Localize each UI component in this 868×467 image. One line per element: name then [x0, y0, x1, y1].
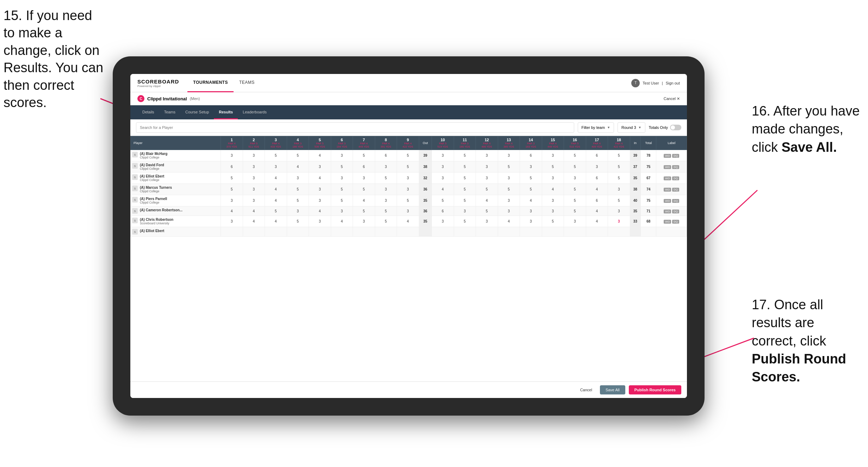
score-hole-18[interactable]: 5 — [608, 150, 630, 161]
score-hole-2[interactable]: 3 — [243, 184, 265, 195]
score-hole-13[interactable]: 4 — [498, 216, 520, 227]
score-hole-2[interactable]: 3 — [243, 161, 265, 173]
score-hole-14[interactable]: 3 — [520, 161, 542, 173]
wd-button[interactable]: WD — [664, 188, 671, 192]
score-hole-2[interactable]: 3 — [243, 150, 265, 161]
score-hole-9[interactable]: 4 — [397, 216, 419, 227]
score-hole-5[interactable]: 4 — [309, 206, 331, 216]
score-hole-15[interactable]: 5 — [542, 161, 564, 173]
score-hole-6[interactable]: 3 — [331, 150, 353, 161]
cancel-tournament-btn[interactable]: Cancel ✕ — [664, 96, 680, 101]
score-hole-6[interactable]: 5 — [331, 161, 353, 173]
tab-results[interactable]: Results — [214, 105, 238, 119]
score-hole-8[interactable]: 3 — [375, 195, 397, 206]
score-hole-1[interactable]: 3 — [221, 150, 243, 161]
score-hole-12[interactable]: 5 — [476, 184, 498, 195]
score-hole-6[interactable]: 3 — [331, 173, 353, 184]
score-hole-6[interactable]: 5 — [331, 195, 353, 206]
score-hole-8[interactable]: 3 — [375, 161, 397, 173]
score-hole-3[interactable] — [265, 227, 287, 237]
score-hole-17[interactable]: 4 — [586, 184, 608, 195]
wd-button[interactable]: WD — [664, 199, 671, 203]
score-hole-2[interactable]: 4 — [243, 206, 265, 216]
score-hole-15[interactable]: 4 — [542, 184, 564, 195]
score-hole-13[interactable]: 3 — [498, 195, 520, 206]
score-hole-16[interactable]: 5 — [564, 150, 586, 161]
score-hole-8[interactable]: 6 — [375, 150, 397, 161]
score-hole-9[interactable]: 5 — [397, 150, 419, 161]
score-hole-2[interactable]: 3 — [243, 173, 265, 184]
score-hole-16[interactable]: 5 — [564, 206, 586, 216]
score-hole-16[interactable] — [564, 227, 586, 237]
score-hole-13[interactable] — [498, 227, 520, 237]
score-hole-16[interactable]: 3 — [564, 173, 586, 184]
score-hole-7[interactable]: 3 — [353, 216, 375, 227]
score-hole-1[interactable]: 3 — [221, 216, 243, 227]
score-hole-1[interactable]: 3 — [221, 195, 243, 206]
dq-button[interactable]: DQ — [672, 176, 679, 180]
score-hole-5[interactable] — [309, 227, 331, 237]
filter-by-team-dropdown[interactable]: Filter by team ▼ — [578, 122, 614, 133]
score-hole-15[interactable]: 3 — [542, 150, 564, 161]
score-hole-12[interactable]: 3 — [476, 173, 498, 184]
score-hole-11[interactable]: 5 — [454, 184, 476, 195]
search-input[interactable] — [136, 122, 574, 133]
score-hole-3[interactable]: 4 — [265, 184, 287, 195]
score-hole-9[interactable] — [397, 227, 419, 237]
score-hole-18[interactable]: 5 — [608, 195, 630, 206]
score-hole-4[interactable] — [287, 227, 309, 237]
score-hole-10[interactable]: 3 — [432, 150, 454, 161]
score-hole-17[interactable]: 6 — [586, 195, 608, 206]
score-hole-11[interactable]: 5 — [454, 150, 476, 161]
score-hole-13[interactable]: 3 — [498, 150, 520, 161]
publish-round-scores-button[interactable]: Publish Round Scores — [629, 385, 681, 394]
nav-tournaments[interactable]: TOURNAMENTS — [187, 74, 234, 92]
score-hole-4[interactable]: 5 — [287, 184, 309, 195]
score-hole-5[interactable]: 3 — [309, 216, 331, 227]
score-hole-17[interactable]: 3 — [586, 161, 608, 173]
score-hole-17[interactable] — [586, 227, 608, 237]
score-hole-13[interactable]: 5 — [498, 161, 520, 173]
nav-teams[interactable]: TEAMS — [234, 74, 260, 92]
score-hole-15[interactable]: 3 — [542, 173, 564, 184]
score-hole-11[interactable]: 5 — [454, 195, 476, 206]
score-hole-3[interactable]: 4 — [265, 173, 287, 184]
score-hole-3[interactable]: 3 — [265, 161, 287, 173]
score-hole-17[interactable]: 4 — [586, 206, 608, 216]
score-hole-7[interactable]: 5 — [353, 206, 375, 216]
score-hole-12[interactable]: 4 — [476, 195, 498, 206]
score-hole-11[interactable]: 5 — [454, 173, 476, 184]
score-hole-13[interactable]: 3 — [498, 173, 520, 184]
score-hole-13[interactable]: 5 — [498, 184, 520, 195]
score-hole-11[interactable]: 3 — [454, 206, 476, 216]
score-hole-17[interactable]: 6 — [586, 173, 608, 184]
tab-details[interactable]: Details — [137, 105, 159, 119]
sign-out-link[interactable]: Sign out — [666, 81, 680, 85]
score-hole-16[interactable]: 3 — [564, 216, 586, 227]
score-hole-16[interactable]: 5 — [564, 161, 586, 173]
score-hole-5[interactable]: 3 — [309, 161, 331, 173]
score-hole-10[interactable]: 3 — [432, 173, 454, 184]
score-hole-3[interactable]: 4 — [265, 216, 287, 227]
tab-leaderboards[interactable]: Leaderboards — [238, 105, 272, 119]
score-hole-8[interactable] — [375, 227, 397, 237]
score-hole-12[interactable] — [476, 227, 498, 237]
wd-button[interactable]: WD — [664, 176, 671, 180]
score-hole-4[interactable]: 3 — [287, 206, 309, 216]
score-hole-5[interactable]: 4 — [309, 173, 331, 184]
score-hole-18[interactable]: 3 — [608, 206, 630, 216]
score-hole-18[interactable]: 3 — [608, 216, 630, 227]
score-hole-14[interactable]: 3 — [520, 216, 542, 227]
score-hole-5[interactable]: 3 — [309, 195, 331, 206]
score-hole-18[interactable] — [608, 227, 630, 237]
score-hole-8[interactable]: 5 — [375, 206, 397, 216]
score-hole-9[interactable]: 3 — [397, 206, 419, 216]
score-hole-4[interactable]: 5 — [287, 150, 309, 161]
score-hole-15[interactable] — [542, 227, 564, 237]
score-hole-1[interactable]: 6 — [221, 161, 243, 173]
score-hole-17[interactable]: 4 — [586, 216, 608, 227]
totals-only-switch[interactable] — [670, 125, 681, 130]
score-hole-12[interactable]: 3 — [476, 161, 498, 173]
score-hole-8[interactable]: 5 — [375, 216, 397, 227]
score-hole-11[interactable] — [454, 227, 476, 237]
